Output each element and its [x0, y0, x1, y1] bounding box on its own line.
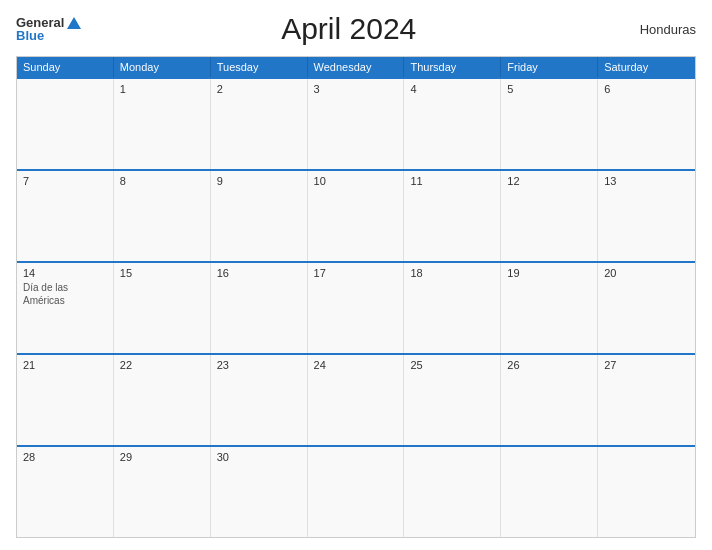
logo: General Blue: [16, 16, 81, 42]
day-number: 5: [507, 83, 591, 95]
day-header: Saturday: [598, 57, 695, 77]
day-number: 25: [410, 359, 494, 371]
day-cell: [17, 79, 114, 169]
day-number: 2: [217, 83, 301, 95]
day-cell: 1: [114, 79, 211, 169]
day-cell: 18: [404, 263, 501, 353]
calendar-title: April 2024: [81, 12, 616, 46]
day-header: Tuesday: [211, 57, 308, 77]
day-cell: 30: [211, 447, 308, 537]
day-cell: 12: [501, 171, 598, 261]
day-cell: 9: [211, 171, 308, 261]
day-cell: 14Día de las Américas: [17, 263, 114, 353]
day-cell: 22: [114, 355, 211, 445]
day-number: 27: [604, 359, 689, 371]
logo-triangle-icon: [67, 17, 81, 29]
day-number: 10: [314, 175, 398, 187]
day-number: 8: [120, 175, 204, 187]
day-cell: 24: [308, 355, 405, 445]
day-number: 13: [604, 175, 689, 187]
day-number: 19: [507, 267, 591, 279]
day-header: Sunday: [17, 57, 114, 77]
day-cell: 15: [114, 263, 211, 353]
day-cell: [598, 447, 695, 537]
day-header: Monday: [114, 57, 211, 77]
day-number: 26: [507, 359, 591, 371]
week-row: 14Día de las Américas151617181920: [17, 261, 695, 353]
day-number: 23: [217, 359, 301, 371]
day-number: 1: [120, 83, 204, 95]
day-cell: 10: [308, 171, 405, 261]
day-cell: 23: [211, 355, 308, 445]
day-number: 29: [120, 451, 204, 463]
day-cell: 2: [211, 79, 308, 169]
day-cell: 28: [17, 447, 114, 537]
day-headers-row: SundayMondayTuesdayWednesdayThursdayFrid…: [17, 57, 695, 77]
day-number: 30: [217, 451, 301, 463]
day-cell: 4: [404, 79, 501, 169]
day-number: 15: [120, 267, 204, 279]
header: General Blue April 2024 Honduras: [16, 12, 696, 46]
day-cell: 20: [598, 263, 695, 353]
logo-block: General Blue: [16, 16, 81, 42]
day-header: Thursday: [404, 57, 501, 77]
day-cell: 5: [501, 79, 598, 169]
day-cell: 29: [114, 447, 211, 537]
day-cell: 27: [598, 355, 695, 445]
day-cell: 25: [404, 355, 501, 445]
day-header: Friday: [501, 57, 598, 77]
weeks-container: 1234567891011121314Día de las Américas15…: [17, 77, 695, 537]
day-cell: 13: [598, 171, 695, 261]
day-cell: 16: [211, 263, 308, 353]
day-number: 3: [314, 83, 398, 95]
day-number: 24: [314, 359, 398, 371]
day-cell: 3: [308, 79, 405, 169]
day-cell: [308, 447, 405, 537]
day-cell: 26: [501, 355, 598, 445]
day-number: 17: [314, 267, 398, 279]
day-number: 11: [410, 175, 494, 187]
day-number: 9: [217, 175, 301, 187]
week-row: 21222324252627: [17, 353, 695, 445]
week-row: 282930: [17, 445, 695, 537]
day-cell: 19: [501, 263, 598, 353]
day-number: 6: [604, 83, 689, 95]
day-cell: 6: [598, 79, 695, 169]
holiday-label: Día de las Américas: [23, 281, 107, 307]
day-cell: [404, 447, 501, 537]
week-row: 123456: [17, 77, 695, 169]
day-number: 16: [217, 267, 301, 279]
calendar: SundayMondayTuesdayWednesdayThursdayFrid…: [16, 56, 696, 538]
day-cell: 8: [114, 171, 211, 261]
logo-blue-text: Blue: [16, 29, 44, 42]
day-number: 28: [23, 451, 107, 463]
day-number: 21: [23, 359, 107, 371]
day-cell: 11: [404, 171, 501, 261]
day-cell: [501, 447, 598, 537]
day-number: 12: [507, 175, 591, 187]
day-number: 20: [604, 267, 689, 279]
day-cell: 17: [308, 263, 405, 353]
day-header: Wednesday: [308, 57, 405, 77]
day-number: 7: [23, 175, 107, 187]
day-number: 14: [23, 267, 107, 279]
day-number: 4: [410, 83, 494, 95]
day-cell: 21: [17, 355, 114, 445]
day-number: 22: [120, 359, 204, 371]
country-label: Honduras: [616, 22, 696, 37]
week-row: 78910111213: [17, 169, 695, 261]
page: General Blue April 2024 Honduras SundayM…: [0, 0, 712, 550]
day-cell: 7: [17, 171, 114, 261]
day-number: 18: [410, 267, 494, 279]
